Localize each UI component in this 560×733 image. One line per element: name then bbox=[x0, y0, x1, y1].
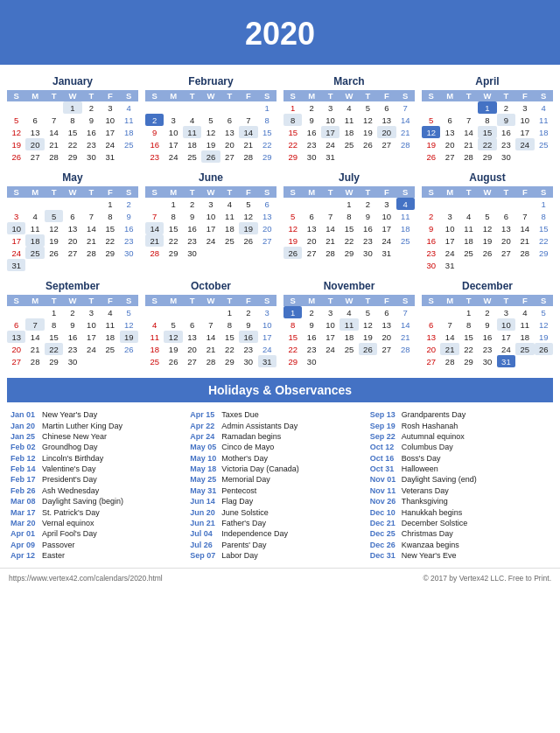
calendar-day: 9 bbox=[183, 210, 201, 222]
calendar-day: 9 bbox=[302, 318, 320, 331]
calendar-day: 22 bbox=[478, 138, 496, 150]
calendar-day: 6 bbox=[183, 318, 201, 331]
calendar-day: 29 bbox=[284, 150, 302, 163]
calendar-day: 28 bbox=[25, 355, 44, 367]
calendar-day: 7 bbox=[45, 114, 63, 126]
calendar-day: 8 bbox=[459, 318, 478, 331]
calendar-day: 23 bbox=[422, 247, 440, 259]
calendar-day: 24 bbox=[321, 138, 340, 150]
calendar-day: 30 bbox=[422, 259, 440, 271]
calendar-day: 21 bbox=[82, 234, 101, 247]
calendar-day: 19 bbox=[284, 234, 302, 247]
calendar-day: 14 bbox=[459, 126, 478, 138]
calendar-day: 18 bbox=[145, 343, 164, 355]
calendar-day: 3 bbox=[321, 101, 340, 114]
calendar-day: 2 bbox=[302, 101, 320, 114]
calendar-day: 11 bbox=[340, 114, 358, 126]
calendar-day: 16 bbox=[302, 331, 320, 343]
calendar-day bbox=[25, 198, 44, 210]
holiday-date: Apr 22 bbox=[190, 422, 221, 430]
calendar-day: 29 bbox=[258, 150, 276, 163]
calendar-day bbox=[359, 150, 377, 163]
calendar-day bbox=[220, 247, 239, 259]
calendar-day: 5 bbox=[535, 306, 553, 318]
calendar-day: 11 bbox=[459, 222, 478, 234]
calendar-day: 9 bbox=[422, 222, 440, 234]
holiday-name: Memorial Day bbox=[221, 475, 270, 484]
holiday-row: Feb 17President's Day bbox=[10, 474, 190, 485]
holiday-row: Feb 26Ash Wednesday bbox=[10, 485, 190, 496]
calendar-day: 25 bbox=[340, 343, 358, 355]
holiday-date: Apr 09 bbox=[10, 541, 42, 549]
calendar-day: 10 bbox=[440, 222, 458, 234]
calendar-day bbox=[478, 198, 496, 210]
calendar-day: 1 bbox=[459, 306, 478, 318]
calendar-day: 16 bbox=[302, 126, 320, 138]
calendar-day bbox=[145, 198, 164, 210]
holiday-date: Jun 20 bbox=[190, 508, 221, 517]
calendar-day: 2 bbox=[359, 198, 377, 210]
calendar-day: 24 bbox=[164, 150, 182, 163]
holiday-date: May 10 bbox=[190, 454, 221, 463]
calendar-day: 10 bbox=[497, 318, 515, 331]
calendar-day: 26 bbox=[239, 234, 257, 247]
calendar-day bbox=[535, 259, 553, 271]
calendar-day: 8 bbox=[284, 114, 302, 126]
holiday-row: Nov 11Veterans Day bbox=[370, 485, 550, 496]
calendar-day: 24 bbox=[321, 343, 340, 355]
calendar-day: 7 bbox=[25, 318, 44, 331]
calendar-day: 15 bbox=[478, 126, 496, 138]
calendar-day: 22 bbox=[101, 234, 119, 247]
calendar-day: 5 bbox=[359, 101, 377, 114]
calendar-day: 8 bbox=[63, 114, 81, 126]
holiday-date: Nov 11 bbox=[370, 486, 402, 495]
calendar-day: 8 bbox=[220, 318, 239, 331]
calendar-day bbox=[422, 101, 440, 114]
calendar-day bbox=[25, 259, 44, 271]
calendar-day: 15 bbox=[220, 331, 239, 343]
calendar-day: 1 bbox=[284, 101, 302, 114]
calendar-day: 9 bbox=[82, 114, 101, 126]
holiday-row: Feb 14Valentine's Day bbox=[10, 464, 190, 474]
holiday-date: Dec 26 bbox=[370, 541, 402, 549]
holiday-name: New Year's Day bbox=[42, 410, 97, 419]
holiday-name: Easter bbox=[42, 551, 65, 560]
calendar-day: 22 bbox=[63, 138, 81, 150]
calendar-day: 22 bbox=[340, 234, 358, 247]
calendar-day bbox=[440, 101, 458, 114]
month-name: November bbox=[284, 278, 415, 295]
calendar-day: 10 bbox=[515, 114, 534, 126]
calendar-day: 23 bbox=[239, 343, 257, 355]
holiday-name: Labor Day bbox=[221, 551, 258, 560]
calendar-day: 23 bbox=[145, 150, 164, 163]
calendar-day: 21 bbox=[45, 138, 63, 150]
calendar-day: 23 bbox=[302, 343, 320, 355]
calendar-day bbox=[25, 101, 44, 114]
calendar-day: 19 bbox=[359, 331, 377, 343]
holiday-name: Admin Assistants Day bbox=[221, 422, 298, 430]
calendar-day: 25 bbox=[101, 343, 119, 355]
holiday-row: Dec 25Christmas Day bbox=[370, 528, 550, 539]
calendar-day: 28 bbox=[396, 343, 415, 355]
holiday-date: May 25 bbox=[190, 475, 221, 484]
calendar-day bbox=[396, 150, 415, 163]
calendar-day: 17 bbox=[497, 331, 515, 343]
calendar-day bbox=[515, 198, 534, 210]
calendar-day: 4 bbox=[340, 101, 358, 114]
calendar-day: 17 bbox=[321, 331, 340, 343]
holiday-date: Mar 17 bbox=[10, 508, 42, 517]
month-name: June bbox=[145, 170, 276, 186]
calendar-day: 1 bbox=[478, 101, 496, 114]
calendar-day: 25 bbox=[396, 234, 415, 247]
calendar-day: 28 bbox=[45, 150, 63, 163]
holiday-column-col2: Apr 15Taxes DueApr 22Admin Assistants Da… bbox=[190, 409, 369, 561]
holiday-row: Apr 15Taxes Due bbox=[190, 409, 369, 420]
calendar-day bbox=[440, 198, 458, 210]
holiday-row: May 10Mother's Day bbox=[190, 453, 369, 464]
holiday-name: Columbus Day bbox=[402, 443, 453, 451]
calendar-day: 26 bbox=[45, 247, 63, 259]
holiday-date: Nov 01 bbox=[370, 475, 402, 484]
holiday-row: Jul 26Parents' Day bbox=[190, 540, 369, 550]
calendar-day: 15 bbox=[45, 331, 63, 343]
holiday-date: Sep 22 bbox=[370, 432, 402, 441]
